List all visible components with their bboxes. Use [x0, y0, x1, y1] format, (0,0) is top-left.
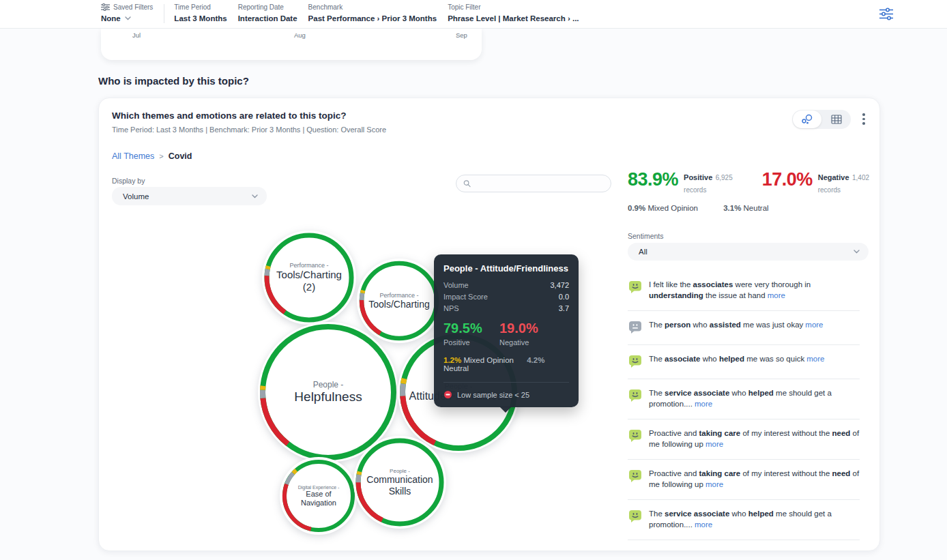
more-link[interactable]: more	[806, 355, 824, 363]
bubble-chart-icon	[801, 114, 813, 125]
tooltip-positive-percent: 79.5%	[443, 321, 499, 336]
tooltip-metric-row: Volume3,472	[443, 281, 569, 289]
sentiments-value: All	[639, 248, 647, 256]
display-by-value: Volume	[123, 192, 149, 201]
more-link[interactable]: more	[705, 440, 723, 448]
negative-percent: 17.0%	[762, 169, 813, 190]
breadcrumb: All Themes > Covid	[112, 151, 192, 161]
comment-row: The service associate who helped me shou…	[628, 500, 860, 540]
low-sample-icon	[443, 390, 452, 399]
mixed-percent: 0.9%	[628, 204, 645, 212]
tooltip-warning: Low sample size < 25	[457, 391, 529, 399]
bubble-node[interactable]: Digital Experience -Ease of Navigation	[278, 455, 360, 537]
chevron-down-icon	[854, 250, 860, 254]
filter-sliders-icon[interactable]	[879, 8, 894, 20]
more-link[interactable]: more	[705, 480, 723, 488]
filter-divider	[164, 4, 164, 23]
bubble-tooltip: People - Attitude/Friendliness Volume3,4…	[434, 254, 579, 407]
x-axis-tick: Jul	[132, 31, 141, 39]
smiley-positive-icon	[628, 354, 643, 369]
view-toggle	[792, 110, 851, 129]
smiley-positive-icon	[628, 509, 643, 524]
smiley-positive-icon	[628, 428, 643, 443]
filter-item[interactable]: BenchmarkPast Performance › Prior 3 Mont…	[308, 3, 437, 24]
bubble-node[interactable]: People -Communication Skills	[351, 434, 448, 531]
x-axis-tick: Aug	[294, 31, 306, 39]
sentiment-stats: 83.9% Positive 6,925 records 17.0% Negat…	[628, 169, 873, 212]
saved-filters-group[interactable]: Saved Filters None	[101, 3, 153, 24]
filter-item[interactable]: Time PeriodLast 3 Months	[174, 3, 227, 24]
mixed-label: Mixed Opinion	[647, 204, 698, 212]
bubble-node[interactable]: Performance -Tools/Charting (2)	[260, 229, 358, 327]
filter-item[interactable]: Topic FilterPhrase Level | Market Resear…	[448, 3, 579, 24]
neutral-percent: 3.1%	[723, 204, 741, 212]
saved-filters-icon	[101, 3, 110, 11]
tooltip-negative-label: Negative	[499, 338, 555, 347]
smiley-positive-icon	[628, 469, 643, 484]
negative-label: Negative	[818, 173, 849, 181]
kebab-menu-icon[interactable]	[859, 113, 869, 127]
bubble-view-button[interactable]	[793, 110, 821, 128]
smiley-positive-icon	[628, 388, 643, 403]
more-link[interactable]: more	[768, 291, 785, 299]
more-link[interactable]: more	[695, 520, 712, 529]
tooltip-metric-row: Impact Score0.0	[443, 293, 569, 301]
comment-row: Proactive and taking care of my interest…	[628, 419, 860, 460]
more-link[interactable]: more	[695, 400, 712, 408]
card-title: Which themes and emotions are related to…	[112, 110, 347, 121]
comment-row: I felt like the associates were very tho…	[628, 271, 860, 311]
tooltip-positive-label: Positive	[443, 338, 499, 347]
more-link[interactable]: more	[805, 321, 823, 329]
comment-row: The associate who helped me was so quick…	[628, 345, 860, 379]
smiley-neutral-icon	[628, 320, 643, 335]
card-subtitle: Time Period: Last 3 Months | Benchmark: …	[112, 126, 386, 134]
smiley-positive-icon	[628, 280, 643, 295]
sentiments-select[interactable]: All	[628, 243, 869, 261]
trend-chart-card: JulAugSep	[101, 29, 482, 60]
saved-filters-value: None	[101, 13, 121, 24]
x-axis-tick: Sep	[456, 31, 467, 39]
tooltip-neutral-percent: 4.2%	[527, 356, 544, 364]
tooltip-neutral-label: Neutral	[443, 364, 469, 372]
search-input[interactable]	[475, 179, 604, 188]
breadcrumb-all-themes-link[interactable]: All Themes	[112, 151, 154, 161]
tooltip-metric-row: NPS3.7	[443, 304, 569, 312]
positive-label: Positive	[684, 173, 712, 181]
comment-row: Proactive and taking care of my interest…	[628, 460, 860, 500]
tooltip-title: People - Attitude/Friendliness	[443, 263, 569, 274]
filter-item[interactable]: Reporting DateInteraction Date	[238, 3, 297, 24]
positive-percent: 83.9%	[628, 169, 678, 190]
breadcrumb-current: Covid	[169, 151, 192, 161]
comment-row: The service associate who helped me shou…	[628, 379, 860, 419]
tooltip-negative-percent: 19.0%	[499, 321, 555, 336]
comment-row: The person who assisted me was just okay…	[628, 311, 860, 345]
search-icon	[463, 179, 471, 188]
chevron-down-icon	[125, 16, 131, 20]
top-filter-bar: Saved Filters None Time PeriodLast 3 Mon…	[0, 0, 947, 29]
table-view-icon	[831, 115, 842, 124]
bubble-search[interactable]	[456, 175, 611, 192]
table-view-button[interactable]	[822, 110, 851, 129]
tooltip-mixed-label: Mixed Opinion	[463, 356, 514, 364]
comment-list: I felt like the associates were very tho…	[628, 271, 860, 540]
breadcrumb-separator: >	[159, 152, 163, 160]
chevron-down-icon	[252, 194, 258, 198]
sentiments-label: Sentiments	[628, 232, 664, 240]
section-heading: Who is impacted by this topic?	[98, 75, 249, 87]
tooltip-mixed-percent: 1.2%	[443, 356, 461, 364]
display-by-select[interactable]: Volume	[112, 187, 267, 205]
saved-filters-label: Saved Filters	[113, 3, 153, 12]
display-by-label: Display by	[112, 177, 145, 185]
neutral-label: Neutral	[744, 204, 769, 212]
